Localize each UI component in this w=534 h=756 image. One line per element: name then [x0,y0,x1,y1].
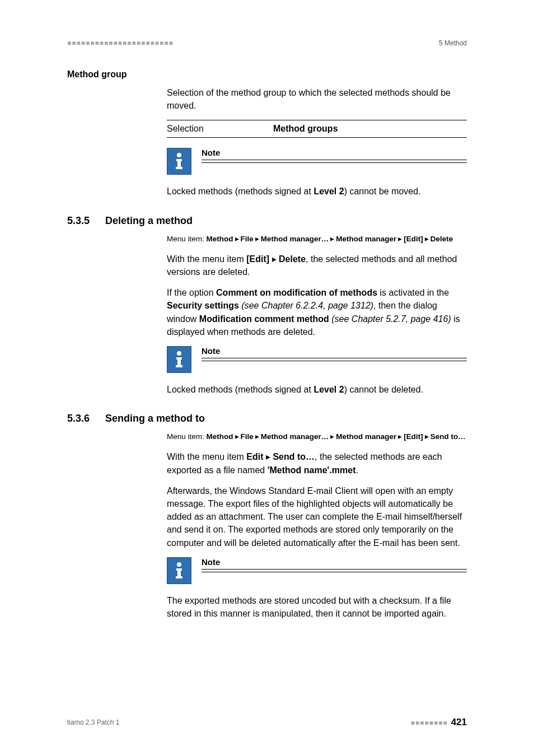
footer-squares: ■■■■■■■■ [411,719,448,727]
header-section-label: 5 Method [439,39,467,47]
note-title: Note [202,148,467,160]
section-title: Sending a method to [105,413,205,424]
s535-p2: If the option Comment on modification of… [167,286,467,338]
method-group-heading: Method group [67,69,467,80]
page-footer: tiamo 2.3 Patch 1 ■■■■■■■■421 [67,717,467,728]
svg-rect-10 [177,568,181,577]
section-5-3-6-heading: 5.3.6 Sending a method to [67,413,467,424]
section-number: 5.3.6 [67,413,90,424]
svg-rect-3 [176,167,182,169]
svg-point-4 [177,351,181,356]
section-5-3-5-heading: 5.3.5 Deleting a method [67,215,467,227]
footer-page-wrap: ■■■■■■■■421 [411,717,467,728]
svg-point-0 [177,153,181,157]
method-group-note-body: Locked methods (methods signed at Level … [167,185,467,198]
s536-note: Note The exported methods are stored unc… [167,557,467,620]
selection-value: Method groups [273,120,467,138]
s536-p1: With the menu item Edit ▸ Send to…, the … [167,450,467,476]
svg-rect-11 [176,576,182,578]
header-dashes: ■■■■■■■■■■■■■■■■■■■■■■■ [67,39,174,47]
note-title: Note [202,557,467,570]
footer-page-number: 421 [451,717,467,727]
footer-product: tiamo 2.3 Patch 1 [67,718,119,726]
page-header: ■■■■■■■■■■■■■■■■■■■■■■■ 5 Method [67,39,467,47]
svg-rect-2 [177,159,181,168]
s535-note-body: Locked methods (methods signed at Level … [167,383,467,396]
method-group-note: Note Locked methods (methods signed at L… [167,148,467,198]
s536-p2: Afterwards, the Windows Standard E-mail … [167,484,467,549]
info-icon [167,346,191,373]
section-number: 5.3.5 [67,215,90,227]
s535-p1: With the menu item [Edit] ▸ Delete, the … [167,253,467,278]
info-icon [167,557,191,584]
s536-menu-path: Menu item: Method▸File▸Method manager…▸M… [167,431,467,442]
info-icon [167,148,191,175]
svg-point-8 [177,562,181,567]
svg-rect-6 [177,357,181,366]
selection-table: Selection Method groups [167,120,467,138]
svg-rect-7 [176,365,182,367]
selection-label: Selection [167,120,273,138]
s536-note-body: The exported methods are stored uncoded … [167,594,467,620]
note-title: Note [202,346,467,358]
section-title: Deleting a method [105,215,193,227]
s535-note: Note Locked methods (methods signed at L… [167,346,467,396]
s535-menu-path: Menu item: Method▸File▸Method manager…▸M… [167,234,467,245]
method-group-body: Selection of the method group to which t… [167,86,467,112]
